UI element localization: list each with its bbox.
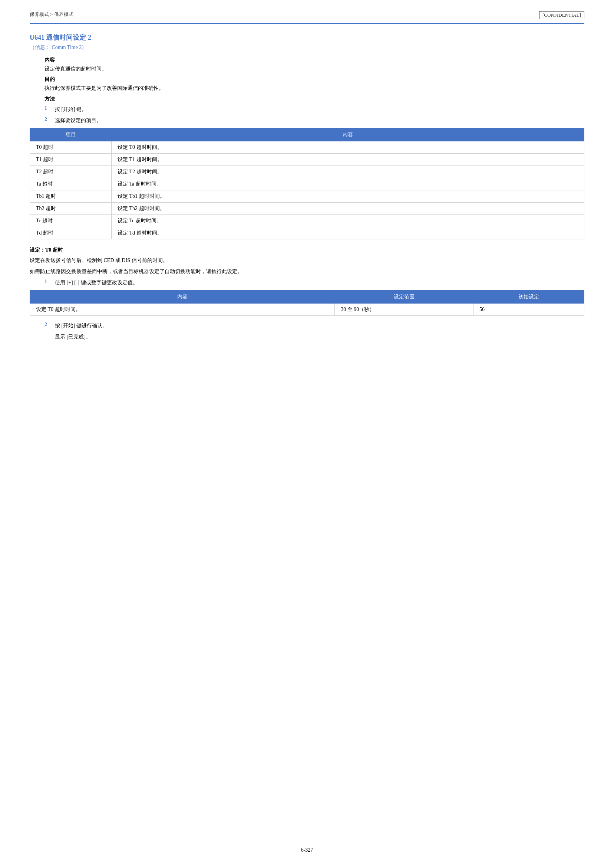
table-cell-item: Tc 超时 (30, 215, 112, 227)
table-cell-item: Tb2 超时 (30, 202, 112, 215)
setting-step-2-text: 按 [开始] 键进行确认。 (55, 322, 107, 330)
step-1-number: 1 (45, 106, 55, 111)
table-cell-item: T0 超时 (30, 141, 112, 153)
table-cell-item: T2 超时 (30, 165, 112, 178)
step-1-text: 按 [开始] 键。 (55, 106, 87, 114)
setting-para2: 如需防止线路因交换质量差而中断，或者当目标机器设定了自动切换功能时，请执行此设定… (29, 268, 585, 276)
sec-table-cell-content: 设定 T0 超时时间。 (30, 303, 335, 316)
step-2-text: 选择要设定的项目。 (55, 117, 102, 125)
table-cell-content: 设定 T2 超时时间。 (112, 165, 585, 178)
table-row: T1 超时设定 T1 超时时间。 (30, 153, 585, 165)
table-row: 设定 T0 超时时间。30 至 90（秒）56 (30, 303, 585, 316)
table-cell-content: 设定 Tc 超时时间。 (112, 215, 585, 227)
table-cell-content: 设定 T0 超时时间。 (112, 141, 585, 153)
table-row: Tb1 超时设定 Tb1 超时时间。 (30, 190, 585, 202)
content-heading: 内容 (29, 57, 585, 64)
page-container: 保养模式 > 保养模式 [CONFIDENTIAL] U641 通信时间设定 2… (0, 0, 614, 868)
info-line: （信息： Comm Time 2） (29, 44, 585, 51)
table-row: T2 超时设定 T2 超时时间。 (30, 165, 585, 178)
step-1: 1 按 [开始] 键。 (29, 106, 585, 114)
sec-table-header-initial: 初始设定 (473, 290, 585, 303)
setting-step-1: 1 使用 [+] [-] 键或数字键更改设定值。 (29, 279, 585, 287)
page-number: 6-327 (301, 847, 313, 853)
step-2-number: 2 (45, 117, 55, 123)
table-row: Tc 超时设定 Tc 超时时间。 (30, 215, 585, 227)
setting-step-1-text: 使用 [+] [-] 键或数字键更改设定值。 (55, 279, 138, 287)
table-cell-content: 设定 T1 超时时间。 (112, 153, 585, 165)
sec-table-header-content: 内容 (30, 290, 335, 303)
table-cell-item: Td 超时 (30, 227, 112, 239)
setting-step-2-sub: 显示 [已完成]。 (29, 333, 585, 341)
table-row: Ta 超时设定 Ta 超时时间。 (30, 178, 585, 190)
table-cell-item: T1 超时 (30, 153, 112, 165)
table-row: Td 超时设定 Td 超时时间。 (30, 227, 585, 239)
sec-table-cell-range: 30 至 90（秒） (335, 303, 473, 316)
setting-step-1-number: 1 (45, 279, 55, 285)
setting-step-2: 2 按 [开始] 键进行确认。 (29, 322, 585, 330)
confidential-label: [CONFIDENTIAL] (539, 11, 585, 19)
table-cell-content: 设定 Ta 超时时间。 (112, 178, 585, 190)
table-cell-item: Tb1 超时 (30, 190, 112, 202)
setting-step-2-number: 2 (45, 322, 55, 328)
step-2: 2 选择要设定的项目。 (29, 117, 585, 125)
sec-table-cell-initial: 56 (473, 303, 585, 316)
purpose-heading: 目的 (29, 76, 585, 83)
table-cell-item: Ta 超时 (30, 178, 112, 190)
header-bar: 保养模式 > 保养模式 [CONFIDENTIAL] (29, 11, 585, 21)
setting-heading: 设定：T0 超时 (29, 247, 585, 254)
main-table-header-item: 项目 (30, 128, 112, 141)
section-title: U641 通信时间设定 2 (29, 33, 585, 42)
table-cell-content: 设定 Tb2 超时时间。 (112, 202, 585, 215)
method-heading: 方法 (29, 96, 585, 103)
purpose-text: 执行此保养模式主要是为了改善国际通信的准确性。 (29, 84, 585, 92)
table-row: T0 超时设定 T0 超时时间。 (30, 141, 585, 153)
content-text: 设定传真通信的超时时间。 (29, 65, 585, 73)
page-footer: 6-327 (0, 847, 614, 853)
setting-para1: 设定在发送拨号信号后、检测到 CED 或 DIS 信号前的时间。 (29, 257, 585, 264)
breadcrumb: 保养模式 > 保养模式 (29, 11, 73, 18)
table-cell-content: 设定 Tb1 超时时间。 (112, 190, 585, 202)
main-table-header-content: 内容 (112, 128, 585, 141)
secondary-table: 内容 设定范围 初始设定 设定 T0 超时时间。30 至 90（秒）56 (29, 290, 585, 316)
table-cell-content: 设定 Td 超时时间。 (112, 227, 585, 239)
sec-table-header-range: 设定范围 (335, 290, 473, 303)
main-table: 项目 内容 T0 超时设定 T0 超时时间。T1 超时设定 T1 超时时间。T2… (29, 128, 585, 240)
divider-blue (29, 23, 585, 24)
table-row: Tb2 超时设定 Tb2 超时时间。 (30, 202, 585, 215)
